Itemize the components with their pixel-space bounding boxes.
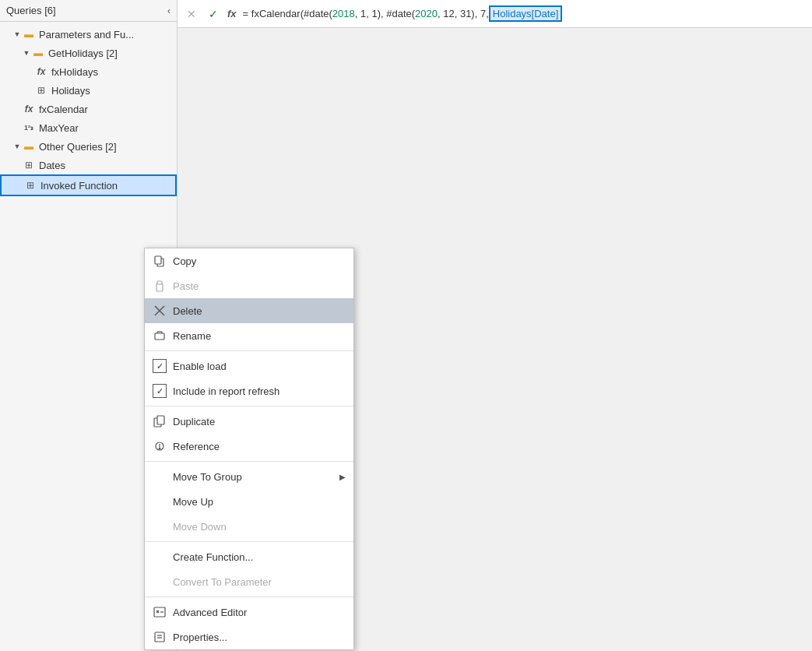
separator-3	[145, 461, 353, 462]
menu-item-rename[interactable]: Rename	[145, 323, 353, 348]
menu-item-move-to-group[interactable]: Move To Group ▶	[145, 464, 353, 489]
folder-icon-3: ▬	[22, 139, 36, 153]
separator-2	[145, 406, 353, 406]
svg-rect-19	[155, 632, 164, 642]
formula-cancel-button[interactable]: ✕	[184, 6, 199, 22]
context-menu: Copy Paste Delete	[144, 248, 354, 650]
move-up-icon	[151, 493, 168, 510]
formula-year2: 2020	[415, 8, 438, 19]
sidebar-item-label: Other Queries [2]	[39, 141, 117, 153]
sidebar-item-maxyear[interactable]: 1²₃ MaxYear	[0, 118, 177, 137]
menu-item-enable-load[interactable]: ✓ Enable load	[145, 354, 353, 378]
reference-icon	[151, 438, 168, 455]
delete-label: Delete	[173, 305, 346, 317]
folder-icon: ▬	[22, 27, 36, 41]
separator-4	[145, 541, 353, 542]
folder-icon-2: ▬	[31, 46, 45, 60]
include-report-label: Include in report refresh	[173, 385, 346, 397]
sidebar-item-label: Parameters and Fu...	[39, 29, 134, 40]
menu-item-paste[interactable]: Paste	[145, 273, 353, 298]
checkbox-checked-icon-2: ✓	[153, 384, 167, 398]
table-icon-2: ⊞	[22, 158, 36, 172]
delete-icon	[151, 302, 168, 319]
checkbox-checked-icon: ✓	[153, 359, 167, 373]
menu-item-convert-param[interactable]: Convert To Parameter	[145, 569, 353, 594]
toggle-params: ▼	[12, 30, 22, 39]
sidebar-header: Queries [6] ‹	[0, 0, 177, 22]
sidebar-item-label: Holidays	[51, 85, 90, 97]
sidebar-item-params-folder[interactable]: ▼ ▬ Parameters and Fu...	[0, 25, 177, 44]
sidebar-item-label: Dates	[39, 160, 65, 171]
svg-rect-11	[157, 416, 164, 424]
sidebar-collapse-button[interactable]: ‹	[167, 5, 170, 16]
menu-item-copy[interactable]: Copy	[145, 248, 353, 273]
menu-item-duplicate[interactable]: Duplicate	[145, 409, 353, 434]
move-to-group-icon	[151, 468, 168, 485]
advanced-editor-label: Advanced Editor	[173, 607, 346, 618]
fx-label: fx	[227, 8, 237, 19]
copy-label: Copy	[173, 255, 346, 267]
sidebar-item-fxcalendar[interactable]: fx fxCalendar	[0, 100, 177, 118]
formula-mid2: , 12, 31), 7,	[438, 8, 489, 19]
move-down-icon	[151, 518, 168, 535]
menu-item-move-down[interactable]: Move Down	[145, 514, 353, 539]
sidebar-item-dates[interactable]: ⊞ Dates	[0, 156, 177, 174]
duplicate-icon	[151, 413, 168, 430]
properties-label: Properties...	[173, 632, 346, 643]
formula-bar: ✕ ✓ fx = fxCalendar(#date(2018, 1, 1), #…	[178, 0, 812, 28]
svg-rect-3	[157, 281, 162, 284]
duplicate-label: Duplicate	[173, 416, 346, 428]
menu-item-properties[interactable]: Properties...	[145, 625, 353, 649]
formula-prefix: = fxCalendar(#date(	[243, 8, 332, 19]
sidebar-item-getholidays-folder[interactable]: ▼ ▬ GetHolidays [2]	[0, 44, 177, 62]
table-icon-3: ⊞	[23, 178, 37, 192]
sidebar-item-label: fxHolidays	[51, 66, 98, 78]
move-up-label: Move Up	[173, 496, 346, 508]
submenu-arrow: ▶	[339, 473, 346, 481]
formula-confirm-button[interactable]: ✓	[206, 6, 221, 22]
paste-icon	[151, 277, 168, 294]
formula-mid1: , 1, 1), #date(	[355, 8, 415, 19]
separator-5	[145, 596, 353, 597]
sidebar-title: Queries [6]	[6, 5, 56, 16]
menu-item-create-function[interactable]: Create Function...	[145, 544, 353, 569]
svg-rect-1	[155, 256, 161, 264]
menu-item-move-up[interactable]: Move Up	[145, 489, 353, 514]
sidebar-item-fxholidays[interactable]: fx fxHolidays	[0, 62, 177, 81]
sidebar-item-label: Invoked Function	[40, 180, 118, 192]
formula-highlight: Holidays[Date]	[489, 5, 563, 22]
main-container: Queries [6] ‹ ▼ ▬ Parameters and Fu... ▼…	[0, 0, 812, 651]
include-report-icon: ✓	[151, 382, 168, 399]
table-icon: ⊞	[34, 83, 48, 97]
copy-icon	[151, 252, 168, 269]
rename-icon	[151, 327, 168, 344]
sidebar-item-label: MaxYear	[39, 122, 79, 134]
properties-icon	[151, 628, 168, 646]
menu-item-include-report[interactable]: ✓ Include in report refresh	[145, 378, 353, 403]
menu-item-reference[interactable]: Reference	[145, 434, 353, 459]
svg-point-14	[159, 448, 160, 449]
sidebar-item-other-folder[interactable]: ▼ ▬ Other Queries [2]	[0, 137, 177, 156]
rename-label: Rename	[173, 330, 346, 342]
sidebar-item-label: GetHolidays [2]	[48, 48, 118, 59]
create-function-icon	[151, 548, 168, 565]
paste-label: Paste	[173, 280, 346, 292]
fx-icon: fx	[34, 65, 48, 79]
advanced-editor-icon	[151, 603, 168, 621]
menu-item-advanced-editor[interactable]: Advanced Editor	[145, 600, 353, 625]
convert-param-icon	[151, 573, 168, 590]
enable-load-label: Enable load	[173, 361, 346, 372]
sidebar-item-holidays[interactable]: ⊞ Holidays	[0, 81, 177, 100]
sidebar-item-invoked-function[interactable]: ⊞ Invoked Function	[0, 174, 177, 196]
sidebar-item-label: fxCalendar	[39, 104, 88, 115]
formula-year1: 2018	[332, 8, 355, 19]
create-function-label: Create Function...	[173, 551, 346, 563]
move-down-label: Move Down	[173, 521, 346, 533]
separator-1	[145, 350, 353, 351]
menu-item-delete[interactable]: Delete	[145, 298, 353, 323]
toggle-other: ▼	[12, 142, 22, 151]
toggle-getholidays: ▼	[22, 48, 31, 58]
convert-param-label: Convert To Parameter	[173, 576, 346, 588]
formula-display: = fxCalendar(#date(2018, 1, 1), #date(20…	[243, 5, 563, 22]
reference-label: Reference	[173, 441, 346, 452]
